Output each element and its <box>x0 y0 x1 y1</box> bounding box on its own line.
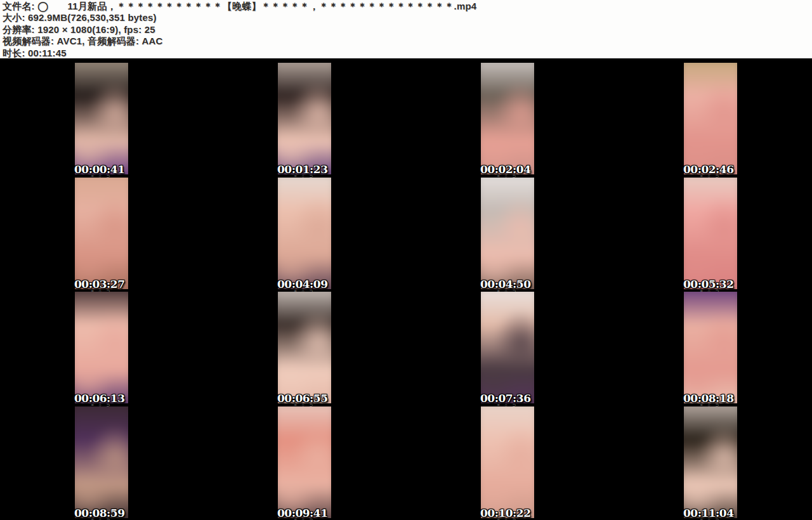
thumbnail-cell: 00:02:04≡ ○ ⊃ <box>406 62 609 177</box>
thumbnail-cell: 00:06:55≡ ○ ⊃ <box>203 291 406 406</box>
frame-placeholder-art <box>75 178 128 289</box>
tiny-watermark-marks: ≡ ○ ⊃ <box>278 517 331 520</box>
frame-placeholder-art <box>75 406 128 518</box>
video-frame-thumbnail: 00:07:36≡ ○ ⊃ <box>481 292 534 403</box>
video-frame-thumbnail: 00:04:50≡ ○ ⊃ <box>481 178 534 289</box>
video-frame-thumbnail: 00:04:09≡ ○ ⊃ <box>278 178 331 289</box>
thumbnail-cell: 00:08:18≡ ○ ⊃ <box>609 291 812 406</box>
tiny-watermark-marks: ≡ ○ ⊃ <box>684 517 737 520</box>
thumbnail-cell: 00:10:22≡ ○ ⊃ <box>406 406 609 520</box>
tiny-watermark-marks: ≡ ○ ⊃ <box>75 517 128 520</box>
video-frame-thumbnail: 00:02:04≡ ○ ⊃ <box>481 63 534 174</box>
file-info-header: 文件名: ◯ 11月新品，＊＊＊＊＊＊＊＊＊＊＊【晚蝶】＊＊＊＊＊，＊＊＊＊＊＊… <box>0 0 812 60</box>
frame-placeholder-art <box>481 63 534 174</box>
frame-placeholder-art <box>278 63 331 174</box>
tiny-watermark-marks: ≡ ○ ⊃ <box>481 517 534 520</box>
frame-placeholder-art <box>75 63 128 174</box>
frame-placeholder-art <box>481 292 534 403</box>
thumbnail-cell: 00:07:36≡ ○ ⊃ <box>406 291 609 406</box>
video-frame-thumbnail: 00:06:55≡ ○ ⊃ <box>278 292 331 403</box>
video-frame-thumbnail: 00:02:46≡ ○ ⊃ <box>684 63 737 174</box>
video-frame-thumbnail: 00:00:41≡ ○ ⊃ <box>75 63 128 174</box>
thumbnail-cell: 00:09:41≡ ○ ⊃ <box>203 406 406 520</box>
thumbnail-cell: 00:05:32≡ ○ ⊃ <box>609 177 812 292</box>
video-frame-thumbnail: 00:08:18≡ ○ ⊃ <box>684 292 737 403</box>
filename-line: 文件名: ◯ 11月新品，＊＊＊＊＊＊＊＊＊＊＊【晚蝶】＊＊＊＊＊，＊＊＊＊＊＊… <box>3 1 812 12</box>
frame-placeholder-art <box>684 406 737 518</box>
thumbnail-cell: 00:11:04≡ ○ ⊃ <box>609 406 812 520</box>
frame-placeholder-art <box>278 406 331 518</box>
thumbnail-cell: 00:03:27≡ ○ ⊃ <box>0 177 203 292</box>
duration-line: 时长: 00:11:45 <box>3 48 812 59</box>
frame-placeholder-art <box>684 63 737 174</box>
video-frame-thumbnail: 00:11:04≡ ○ ⊃ <box>684 406 737 518</box>
codec-line: 视频解码器: AVC1, 音频解码器: AAC <box>3 36 812 47</box>
frame-placeholder-art <box>481 406 534 518</box>
video-frame-thumbnail: 00:10:22≡ ○ ⊃ <box>481 406 534 518</box>
frame-placeholder-art <box>684 178 737 289</box>
video-frame-thumbnail: 00:03:27≡ ○ ⊃ <box>75 178 128 289</box>
frame-placeholder-art <box>684 292 737 403</box>
video-frame-thumbnail: 00:01:23≡ ○ ⊃ <box>278 63 331 174</box>
frame-placeholder-art <box>75 292 128 403</box>
frame-placeholder-art <box>278 178 331 289</box>
thumbnail-cell: 00:01:23≡ ○ ⊃ <box>203 62 406 177</box>
video-frame-thumbnail: 00:09:41≡ ○ ⊃ <box>278 406 331 518</box>
thumbnail-cell: 00:04:09≡ ○ ⊃ <box>203 177 406 292</box>
video-frame-thumbnail: 00:06:13≡ ○ ⊃ <box>75 292 128 403</box>
frame-placeholder-art <box>481 178 534 289</box>
thumbnail-cell: 00:04:50≡ ○ ⊃ <box>406 177 609 292</box>
filesize-line: 大小: 692.9MB(726,530,351 bytes) <box>3 12 812 23</box>
video-frame-thumbnail: 00:05:32≡ ○ ⊃ <box>684 178 737 289</box>
thumbnail-cell: 00:02:46≡ ○ ⊃ <box>609 62 812 177</box>
frame-placeholder-art <box>278 292 331 403</box>
thumbnail-grid: 00:00:41≡ ○ ⊃00:01:23≡ ○ ⊃00:02:04≡ ○ ⊃0… <box>0 62 812 520</box>
resolution-line: 分辨率: 1920 × 1080(16:9), fps: 25 <box>3 24 812 36</box>
thumbnail-cell: 00:06:13≡ ○ ⊃ <box>0 291 203 406</box>
video-frame-thumbnail: 00:08:59≡ ○ ⊃ <box>75 406 128 518</box>
thumbnail-cell: 00:08:59≡ ○ ⊃ <box>0 406 203 520</box>
thumbnail-cell: 00:00:41≡ ○ ⊃ <box>0 62 203 177</box>
